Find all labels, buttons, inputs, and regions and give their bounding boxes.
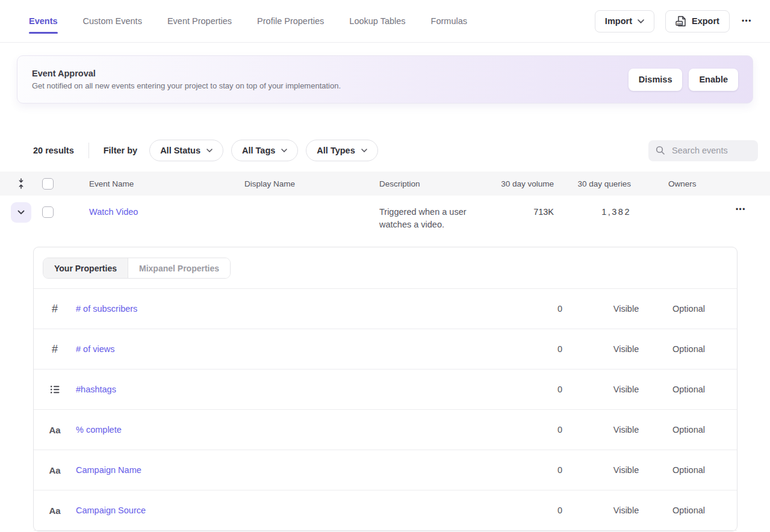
property-name-link[interactable]: Campaign Source	[76, 506, 496, 515]
event-description: Triggered when a user watches a video.	[361, 206, 500, 231]
export-button[interactable]: csv Export	[665, 10, 730, 32]
property-row: #hashtags 0 Visible Optional	[34, 370, 737, 410]
property-visibility: Visible	[596, 465, 656, 475]
text-type-icon: Aa	[49, 465, 60, 475]
search-box	[648, 140, 758, 161]
column-30-day-volume: 30 day volume	[500, 179, 554, 188]
list-type-icon	[50, 385, 60, 394]
event-30-day-queries: 1,382	[554, 207, 631, 217]
property-row: Aa Campaign Source 0 Visible Optional	[34, 490, 737, 531]
dismiss-button[interactable]: Dismiss	[629, 69, 683, 91]
number-type-icon: #	[52, 303, 58, 315]
chevron-down-icon	[638, 19, 644, 23]
search-input[interactable]	[671, 145, 749, 156]
table-header: Event Name Display Name Description 30 d…	[0, 172, 770, 196]
column-event-name: Event Name	[71, 179, 226, 188]
top-navigation: Events Custom Events Event Properties Pr…	[0, 0, 770, 43]
chevron-down-icon	[361, 149, 367, 152]
property-row: # # of subscribers 0 Visible Optional	[34, 289, 737, 329]
event-approval-banner: Event Approval Get notified on all new e…	[17, 55, 753, 104]
export-button-label: Export	[692, 16, 719, 26]
property-row: Aa % complete 0 Visible Optional	[34, 410, 737, 450]
event-properties-panel: Your Properties Mixpanel Properties # # …	[33, 247, 737, 531]
property-visibility: Visible	[596, 506, 656, 515]
tab-lookup-tables[interactable]: Lookup Tables	[349, 0, 405, 42]
text-type-icon: Aa	[49, 425, 60, 435]
select-all-checkbox[interactable]	[42, 178, 54, 190]
property-requirement: Optional	[656, 506, 721, 515]
import-button[interactable]: Import	[595, 10, 654, 32]
property-name-link[interactable]: Campaign Name	[76, 465, 496, 475]
collapse-all-button[interactable]	[16, 176, 26, 191]
property-name-link[interactable]: # of views	[76, 344, 496, 354]
banner-description: Get notified on all new events entering …	[32, 81, 341, 90]
property-requirement: Optional	[656, 344, 721, 354]
property-visibility: Visible	[596, 304, 656, 314]
divider	[88, 143, 89, 158]
property-queries: 0	[496, 465, 596, 475]
column-owners: Owners	[631, 179, 703, 188]
property-requirement: Optional	[656, 304, 721, 314]
types-filter-label: All Types	[317, 146, 355, 155]
results-count: 20 results	[33, 146, 74, 155]
chevron-down-icon	[206, 149, 213, 152]
tab-your-properties[interactable]: Your Properties	[43, 258, 128, 278]
event-table-row: Watch Video Triggered when a user watche…	[0, 196, 770, 238]
property-row: # # of views 0 Visible Optional	[34, 329, 737, 370]
property-queries: 0	[496, 344, 596, 354]
chevron-down-icon	[17, 210, 25, 215]
tags-filter-label: All Tags	[242, 146, 275, 155]
property-visibility: Visible	[596, 385, 656, 394]
tags-filter-dropdown[interactable]: All Tags	[231, 140, 298, 161]
tab-mixpanel-properties[interactable]: Mixpanel Properties	[128, 258, 230, 278]
more-options-button[interactable]: •••	[741, 14, 753, 28]
svg-text:csv: csv	[677, 22, 682, 25]
property-queries: 0	[496, 425, 596, 435]
tab-profile-properties[interactable]: Profile Properties	[257, 0, 324, 42]
property-name-link[interactable]: # of subscribers	[76, 304, 496, 314]
property-requirement: Optional	[656, 465, 721, 475]
csv-file-icon: csv	[675, 16, 686, 27]
property-visibility: Visible	[596, 344, 656, 354]
property-visibility: Visible	[596, 425, 656, 435]
column-description: Description	[361, 179, 500, 188]
event-name-link[interactable]: Watch Video	[89, 207, 138, 217]
collapse-all-icon	[17, 178, 25, 189]
column-display-name: Display Name	[226, 179, 361, 188]
property-row: Aa Campaign Name 0 Visible Optional	[34, 450, 737, 490]
column-30-day-queries: 30 day queries	[554, 179, 631, 188]
tab-events[interactable]: Events	[29, 0, 58, 42]
property-requirement: Optional	[656, 425, 721, 435]
property-queries: 0	[496, 506, 596, 515]
row-actions-button[interactable]: •••	[734, 203, 770, 216]
ellipsis-icon: •••	[742, 17, 752, 25]
property-queries: 0	[496, 304, 596, 314]
property-requirement: Optional	[656, 385, 721, 394]
status-filter-dropdown[interactable]: All Status	[149, 140, 223, 161]
text-type-icon: Aa	[49, 506, 60, 516]
property-name-link[interactable]: % complete	[76, 425, 496, 435]
properties-tabbar: Your Properties Mixpanel Properties	[34, 247, 737, 289]
status-filter-label: All Status	[160, 146, 200, 155]
ellipsis-icon: •••	[736, 205, 746, 214]
event-30-day-volume: 713K	[500, 207, 554, 217]
number-type-icon: #	[52, 343, 58, 356]
search-icon	[656, 146, 665, 155]
filter-toolbar: 20 results Filter by All Status All Tags…	[33, 140, 758, 161]
tab-event-properties[interactable]: Event Properties	[167, 0, 232, 42]
property-queries: 0	[496, 385, 596, 394]
nav-tabs: Events Custom Events Event Properties Pr…	[29, 0, 467, 42]
collapse-row-button[interactable]	[11, 202, 31, 223]
import-button-label: Import	[605, 16, 632, 26]
enable-button[interactable]: Enable	[689, 69, 738, 91]
types-filter-dropdown[interactable]: All Types	[306, 140, 377, 161]
chevron-down-icon	[281, 149, 287, 152]
row-checkbox[interactable]	[42, 206, 54, 218]
tab-formulas[interactable]: Formulas	[431, 0, 467, 42]
tab-custom-events[interactable]: Custom Events	[83, 0, 142, 42]
banner-title: Event Approval	[32, 69, 341, 78]
property-name-link[interactable]: #hashtags	[76, 385, 496, 394]
filter-by-label: Filter by	[104, 146, 137, 155]
